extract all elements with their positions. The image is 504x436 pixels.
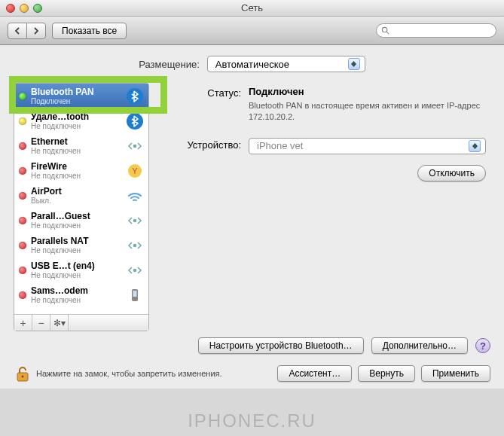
titlebar: Сеть — [0, 0, 504, 17]
advanced-button[interactable]: Дополнительно… — [371, 337, 468, 354]
service-name: Bluetooth PAN — [31, 87, 121, 97]
status-dot-icon — [19, 93, 26, 100]
service-status: Не подключен — [31, 147, 121, 155]
eth-icon — [126, 212, 144, 230]
service-status: Выкл. — [31, 197, 121, 205]
service-name: Sams…odem — [31, 285, 121, 296]
service-status: Не подключен — [31, 122, 121, 130]
apply-button[interactable]: Применить — [421, 365, 490, 382]
service-list[interactable]: Bluetooth PANПодключенУдале…toothНе подк… — [14, 84, 148, 314]
svg-line-1 — [386, 32, 389, 34]
detail-pane: Статус: Подключен Bluetooth PAN в настоя… — [160, 83, 490, 331]
svg-text:Y: Y — [132, 166, 138, 175]
status-description: Bluetooth PAN в настоящее время активен … — [249, 100, 486, 123]
sidebar-item-2[interactable]: EthernetНе подключен — [14, 133, 148, 158]
status-value: Подключен — [249, 86, 486, 97]
disconnect-button[interactable]: Отключить — [417, 165, 486, 181]
service-gear-button[interactable]: ✻▾ — [50, 315, 69, 331]
service-name: Ethernet — [31, 136, 121, 147]
service-sidebar: Bluetooth PANПодключенУдале…toothНе подк… — [14, 83, 149, 331]
configure-bluetooth-button[interactable]: Настроить устройство Bluetooth… — [198, 337, 364, 354]
revert-button[interactable]: Вернуть — [358, 365, 415, 382]
lock-open-icon[interactable] — [14, 364, 32, 383]
sidebar-item-0[interactable]: Bluetooth PANПодключен — [14, 84, 148, 108]
service-status: Не подключен — [31, 271, 121, 279]
add-service-button[interactable]: + — [14, 315, 32, 331]
device-value: iPhone vet — [257, 140, 303, 151]
window-title: Сеть — [0, 2, 504, 14]
service-name: Parall…Guest — [31, 211, 121, 221]
sidebar-item-8[interactable]: Sams…odemНе подключен — [14, 282, 148, 307]
firewire-icon: Y — [126, 162, 144, 180]
bluetooth-icon — [126, 112, 144, 130]
sidebar-item-6[interactable]: Parallels NATНе подключен — [14, 233, 148, 258]
device-label: Устройство: — [164, 138, 249, 181]
svg-point-9 — [133, 268, 137, 272]
location-value: Автоматическое — [215, 59, 289, 70]
status-dot-icon — [19, 267, 26, 274]
status-dot-icon — [19, 242, 26, 249]
location-popup[interactable]: Автоматическое — [207, 56, 365, 72]
sidebar-item-5[interactable]: Parall…GuestНе подключен — [14, 208, 148, 233]
help-button[interactable]: ? — [475, 338, 490, 353]
toolbar: Показать все — [0, 17, 504, 45]
status-dot-icon — [19, 291, 26, 299]
chevron-left-icon — [14, 27, 21, 35]
svg-point-13 — [22, 376, 24, 378]
remove-service-button[interactable]: − — [32, 315, 50, 331]
service-status: Не подключен — [31, 246, 121, 255]
below-buttons: Настроить устройство Bluetooth… Дополнит… — [14, 337, 490, 354]
forward-button[interactable] — [26, 23, 46, 39]
watermark: IPHONEC.RU — [0, 410, 504, 431]
back-button[interactable] — [8, 23, 27, 39]
lockbar: Нажмите на замок, чтобы запретить измене… — [14, 364, 490, 383]
assistant-button[interactable]: Ассистент… — [277, 365, 352, 382]
nav-buttons — [8, 23, 46, 39]
eth-icon — [126, 137, 144, 155]
wifi-icon — [126, 187, 144, 205]
svg-point-7 — [133, 218, 137, 222]
status-dot-icon — [19, 142, 26, 150]
gear-icon: ✻▾ — [53, 318, 66, 328]
lock-text: Нажмите на замок, чтобы запретить измене… — [36, 369, 222, 378]
service-status: Подключен — [31, 97, 121, 105]
status-dot-icon — [19, 192, 26, 200]
show-all-button[interactable]: Показать все — [52, 23, 127, 39]
sidebar-item-1[interactable]: Удале…toothНе подключен — [14, 108, 148, 133]
location-label: Размещение: — [139, 59, 200, 70]
status-dot-icon — [19, 167, 26, 175]
service-name: USB E…t (en4) — [31, 261, 121, 271]
service-status: Не подключен — [31, 296, 121, 304]
service-status: Не подключен — [31, 172, 121, 180]
chevron-updown-icon — [348, 58, 360, 70]
service-name: FireWire — [31, 161, 121, 172]
svg-rect-11 — [133, 291, 137, 297]
content: Размещение: Автоматическое Bluetooth PAN… — [0, 45, 504, 389]
status-dot-icon — [19, 217, 26, 224]
sidebar-item-3[interactable]: FireWireНе подключенY — [14, 158, 148, 183]
status-label: Статус: — [164, 86, 249, 123]
service-status: Не подключен — [31, 221, 121, 230]
sidebar-item-4[interactable]: AirPortВыкл. — [14, 183, 148, 208]
bluetooth-icon — [126, 87, 144, 105]
search-input[interactable] — [376, 23, 496, 38]
sidebar-wrap: Bluetooth PANПодключенУдале…toothНе подк… — [14, 83, 149, 331]
svg-point-4 — [133, 144, 137, 148]
status-dot-icon — [19, 117, 26, 125]
svg-point-8 — [133, 243, 137, 247]
eth-icon — [126, 261, 144, 279]
eth-icon — [126, 236, 144, 255]
sidebar-footer: + − ✻▾ — [14, 314, 148, 331]
device-popup[interactable]: iPhone vet — [249, 138, 486, 154]
chevron-updown-icon — [469, 140, 481, 152]
service-name: Parallels NAT — [31, 236, 121, 246]
network-prefs-window: Сеть Показать все Размещение: Автоматиче… — [0, 0, 504, 389]
service-name: Удале…tooth — [31, 111, 121, 122]
location-row: Размещение: Автоматическое — [14, 56, 490, 72]
sidebar-item-7[interactable]: USB E…t (en4)Не подключен — [14, 258, 148, 282]
svg-point-0 — [382, 27, 386, 32]
chevron-right-icon — [32, 27, 40, 35]
phone-icon — [126, 286, 144, 304]
search-icon — [381, 26, 389, 35]
service-name: AirPort — [31, 186, 121, 197]
